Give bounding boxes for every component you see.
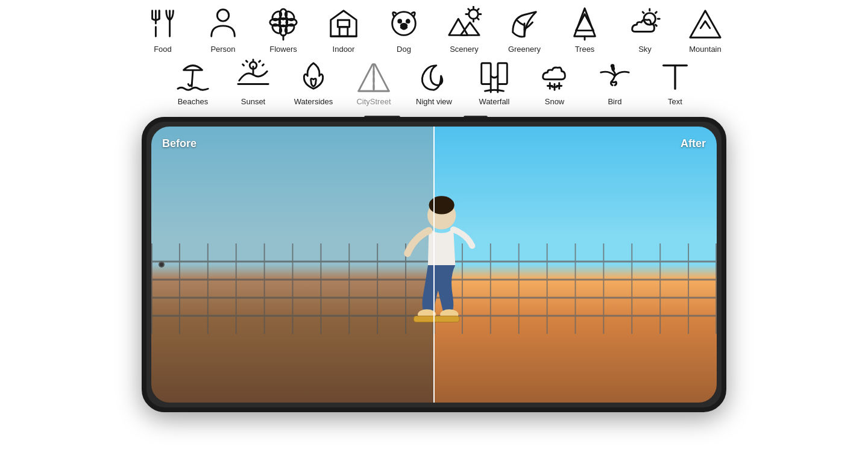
indoor-label: Indoor: [333, 45, 355, 54]
svg-line-34: [655, 12, 656, 13]
svg-point-10: [271, 10, 283, 22]
trees-label: Trees: [575, 45, 595, 54]
svg-point-17: [398, 20, 401, 23]
svg-point-31: [644, 13, 655, 25]
sunset-label: Sunset: [241, 97, 265, 106]
phone-container: Before After: [142, 117, 726, 412]
svg-point-4: [217, 10, 228, 21]
icons-row-1: Food Person: [142, 6, 726, 54]
svg-line-42: [259, 61, 260, 62]
icon-indoor[interactable]: Indoor: [322, 6, 365, 54]
svg-point-95: [429, 196, 454, 214]
beaches-label: Beaches: [178, 97, 209, 106]
phone-screen: Before After: [151, 127, 717, 403]
svg-point-13: [283, 22, 296, 35]
svg-line-25: [477, 9, 479, 10]
icon-scenery[interactable]: Scenery: [443, 6, 485, 54]
icon-text[interactable]: Text: [654, 58, 696, 106]
phone-frame: Before After: [142, 117, 726, 412]
snow-label: Snow: [545, 97, 565, 106]
before-after-divider: [433, 127, 435, 403]
svg-point-12: [271, 22, 283, 35]
svg-point-20: [469, 10, 478, 19]
icons-row-2: Beaches Sunset: [172, 58, 696, 106]
icon-waterfall[interactable]: Waterfall: [473, 58, 515, 106]
svg-point-18: [406, 20, 409, 23]
icon-sky[interactable]: Sky: [624, 6, 666, 54]
icon-citystreet[interactable]: CityStreet: [353, 58, 395, 106]
icon-beaches[interactable]: Beaches: [172, 58, 214, 106]
camera-dot: [159, 262, 165, 268]
scenery-label: Scenery: [450, 45, 479, 54]
svg-rect-15: [339, 27, 348, 36]
svg-rect-51: [498, 63, 507, 84]
svg-rect-50: [482, 63, 491, 84]
after-label: After: [681, 137, 706, 150]
watersides-label: Watersides: [294, 97, 333, 106]
waterfall-label: Waterfall: [479, 97, 510, 106]
icon-greenery[interactable]: Greenery: [503, 6, 546, 54]
nightview-label: Night view: [416, 97, 452, 106]
screen-image: Before After: [151, 127, 717, 403]
svg-point-11: [283, 10, 296, 22]
icon-watersides[interactable]: Watersides: [292, 58, 335, 106]
icon-dog[interactable]: Dog: [383, 6, 425, 54]
icon-bird[interactable]: Bird: [594, 58, 636, 106]
svg-line-26: [477, 18, 479, 19]
svg-line-36: [643, 12, 644, 13]
sky-label: Sky: [638, 45, 652, 54]
icons-section: Food Person: [0, 0, 868, 111]
bird-label: Bird: [608, 97, 621, 106]
icon-sunset[interactable]: Sunset: [232, 58, 274, 106]
mountain-label: Mountain: [689, 45, 721, 54]
icon-trees[interactable]: Trees: [564, 6, 606, 54]
citystreet-label: CityStreet: [356, 97, 391, 106]
dog-label: Dog: [397, 45, 411, 54]
person-label: Person: [210, 45, 235, 54]
svg-line-41: [246, 61, 247, 62]
greenery-label: Greenery: [508, 45, 541, 54]
svg-line-44: [262, 64, 263, 66]
food-label: Food: [154, 45, 172, 54]
icon-flowers[interactable]: Flowers: [262, 6, 304, 54]
flowers-label: Flowers: [269, 45, 297, 54]
icon-mountain[interactable]: Mountain: [684, 6, 726, 54]
svg-line-35: [655, 25, 656, 26]
svg-line-43: [243, 64, 244, 66]
svg-rect-94: [414, 316, 459, 322]
icon-snow[interactable]: Snow: [533, 58, 576, 106]
svg-line-27: [468, 9, 470, 10]
text-label: Text: [668, 97, 682, 106]
icon-person[interactable]: Person: [202, 6, 244, 54]
icon-food[interactable]: Food: [142, 6, 184, 54]
before-label: Before: [162, 137, 197, 150]
svg-marker-28: [574, 8, 596, 36]
icon-nightview[interactable]: Night view: [413, 58, 455, 106]
